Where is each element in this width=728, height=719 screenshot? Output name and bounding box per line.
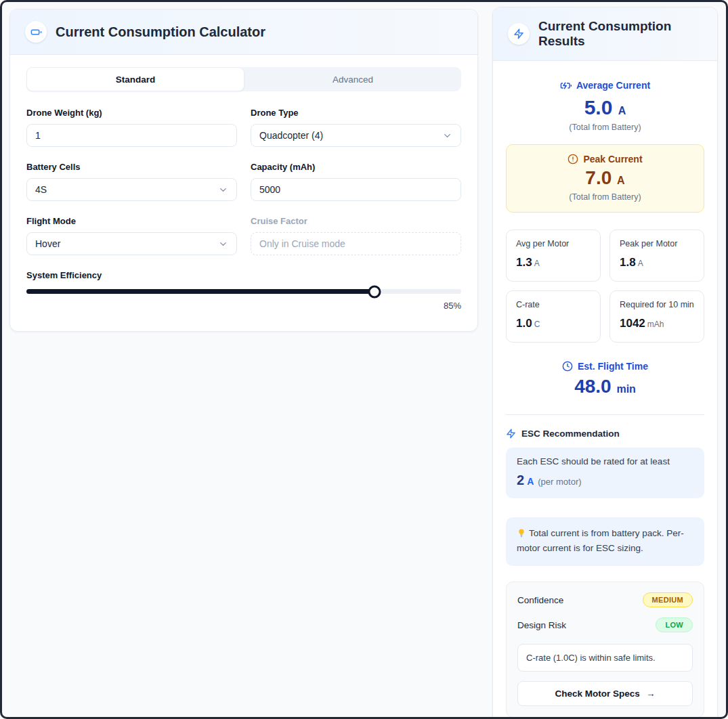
capacity-field: Capacity (mAh): [251, 162, 461, 201]
peak-current-block: Peak Current 7.0 A (Total from Battery): [506, 144, 704, 213]
cruise-factor-label: Cruise Factor: [251, 216, 461, 226]
chevron-down-icon: [218, 185, 228, 195]
app-frame: Current Consumption Calculator Standard …: [0, 0, 728, 719]
drone-weight-value[interactable]: [35, 130, 228, 141]
calculator-panel: Current Consumption Calculator Standard …: [9, 9, 478, 332]
peak-current-label: Peak Current: [583, 154, 642, 165]
confidence-card: Confidence MEDIUM Design Risk LOW C-rate…: [506, 582, 704, 718]
arrow-right-icon: →: [646, 689, 656, 699]
efficiency-slider-thumb[interactable]: [368, 285, 381, 298]
divider: [506, 414, 704, 415]
design-risk-row: Design Risk LOW: [517, 617, 693, 632]
system-efficiency-label: System Efficiency: [26, 270, 461, 280]
flight-time-block: Est. Flight Time 48.0 min: [506, 361, 704, 397]
stat-required-capacity: Required for 10 min 1042mAh: [609, 290, 704, 343]
mode-tabs: Standard Advanced: [26, 67, 461, 91]
crate-message: C-rate (1.0C) is within safe limits.: [517, 644, 693, 672]
results-panel: Current Consumption Results Average Curr…: [492, 7, 718, 719]
battery-icon: [25, 21, 47, 43]
alert-circle-icon: [568, 154, 578, 165]
confidence-badge: MEDIUM: [643, 592, 693, 607]
esc-recommendation-heading: ESC Recommendation: [506, 429, 704, 439]
peak-current-value: 7.0 A: [515, 167, 695, 189]
esc-recommendation-box: Each ESC should be rated for at least 2A…: [506, 448, 704, 498]
lightbulb-icon: [517, 528, 526, 538]
battery-cells-label: Battery Cells: [26, 162, 237, 172]
design-risk-label: Design Risk: [517, 620, 566, 630]
flight-mode-value: Hover: [35, 238, 60, 249]
stat-c-rate: C-rate 1.0C: [506, 290, 601, 343]
flight-mode-select[interactable]: Hover: [26, 232, 237, 255]
drone-type-label: Drone Type: [251, 108, 461, 118]
stat-avg-per-motor: Avg per Motor 1.3A: [506, 230, 601, 282]
efficiency-value: 85%: [26, 301, 461, 311]
efficiency-slider[interactable]: [26, 289, 461, 294]
flight-time-label: Est. Flight Time: [578, 361, 648, 372]
flight-mode-field: Flight Mode Hover: [26, 216, 237, 255]
check-motor-specs-button[interactable]: Check Motor Specs →: [517, 681, 693, 706]
results-title: Current Consumption Results: [538, 19, 702, 49]
chevron-down-icon: [442, 131, 452, 141]
clock-icon: [562, 361, 573, 372]
drone-weight-field: Drone Weight (kg): [26, 108, 237, 147]
average-current-label: Average Current: [576, 80, 650, 91]
drone-type-value: Quadcopter (4): [259, 130, 323, 141]
efficiency-slider-fill: [26, 289, 374, 294]
note-box: Total current is from battery pack. Per-…: [506, 517, 704, 567]
battery-charging-icon: [560, 80, 572, 91]
capacity-input[interactable]: [251, 178, 461, 201]
peak-current-note: (Total from Battery): [515, 192, 695, 202]
drone-type-select[interactable]: Quadcopter (4): [251, 124, 461, 147]
battery-cells-select[interactable]: 4S: [26, 178, 237, 201]
battery-cells-field: Battery Cells 4S: [26, 162, 237, 201]
stats-grid: Avg per Motor 1.3A Peak per Motor 1.8A C…: [506, 230, 704, 343]
design-risk-badge: LOW: [656, 617, 693, 632]
average-current-value: 5.0 A: [506, 96, 704, 119]
chevron-down-icon: [218, 239, 228, 249]
drone-type-field: Drone Type Quadcopter (4): [251, 108, 461, 147]
flight-time-value: 48.0 min: [506, 376, 704, 397]
stat-peak-per-motor: Peak per Motor 1.8A: [609, 230, 704, 282]
capacity-value[interactable]: [259, 184, 452, 195]
zap-icon: [506, 429, 516, 439]
note-text: Total current is from battery pack. Per-…: [517, 528, 684, 553]
esc-line1: Each ESC should be rated for at least: [517, 456, 693, 466]
calculator-title: Current Consumption Calculator: [56, 24, 265, 40]
flight-mode-label: Flight Mode: [26, 216, 237, 226]
average-current-note: (Total from Battery): [506, 123, 704, 132]
battery-cells-value: 4S: [35, 184, 47, 195]
confidence-row: Confidence MEDIUM: [517, 592, 693, 607]
tab-advanced[interactable]: Advanced: [244, 67, 461, 91]
results-header: Current Consumption Results: [493, 7, 717, 61]
confidence-label: Confidence: [517, 595, 563, 605]
average-current-block: Average Current 5.0 A (Total from Batter…: [506, 80, 704, 132]
cruise-factor-placeholder[interactable]: [259, 238, 452, 249]
tab-standard[interactable]: Standard: [26, 67, 244, 91]
cruise-factor-input[interactable]: [251, 232, 461, 255]
capacity-label: Capacity (mAh): [251, 162, 461, 172]
calculator-header: Current Consumption Calculator: [10, 9, 477, 55]
esc-value-line: 2A(per motor): [517, 473, 693, 488]
cruise-factor-field: Cruise Factor: [251, 216, 461, 255]
zap-icon: [508, 23, 530, 45]
drone-weight-label: Drone Weight (kg): [26, 108, 237, 118]
system-efficiency-field: System Efficiency 85%: [26, 270, 461, 311]
drone-weight-input[interactable]: [26, 124, 237, 147]
